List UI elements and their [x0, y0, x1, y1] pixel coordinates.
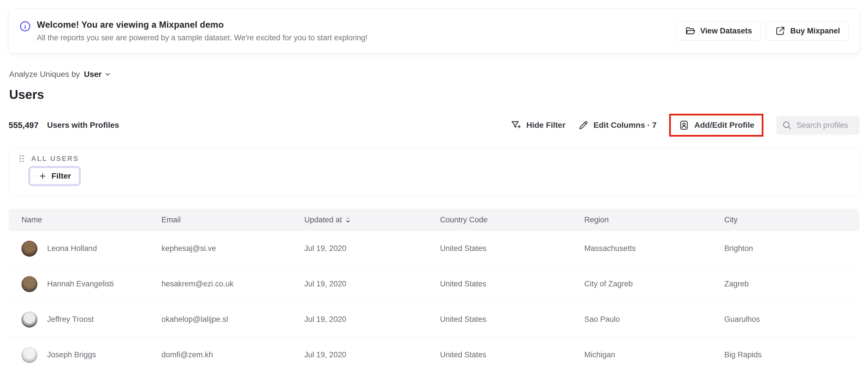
- user-region: City of Zagreb: [584, 279, 724, 288]
- table-toolbar: Hide Filter Edit Columns · 7 Add/Edit Pr…: [510, 114, 860, 136]
- user-email: domfi@zem.kh: [161, 350, 304, 359]
- avatar: [22, 347, 37, 363]
- profiles-count: 555,497: [8, 121, 38, 130]
- view-datasets-label: View Datasets: [700, 27, 752, 35]
- users-table: Name Email Updated at Country Code Regio…: [8, 209, 860, 367]
- analyze-uniques-row: Analyze Uniques by User: [9, 70, 868, 79]
- edit-columns-button[interactable]: Edit Columns · 7: [578, 120, 657, 131]
- search-icon: [782, 120, 792, 130]
- user-country: United States: [440, 244, 584, 253]
- buy-mixpanel-label: Buy Mixpanel: [790, 27, 840, 35]
- sort-arrows-icon[interactable]: [345, 216, 351, 223]
- table-row[interactable]: Jeffrey Troost okahelop@lalijpe.sl Jul 1…: [8, 302, 860, 337]
- edit-columns-label: Edit Columns · 7: [593, 121, 657, 130]
- user-region: Michigan: [584, 350, 724, 359]
- pencil-icon: [578, 120, 589, 131]
- avatar: [22, 276, 37, 292]
- add-filter-button[interactable]: Filter: [30, 168, 79, 184]
- column-header-updated-at[interactable]: Updated at: [304, 215, 440, 224]
- folder-icon: [685, 25, 696, 36]
- hide-filter-label: Hide Filter: [526, 121, 565, 130]
- user-name: Hannah Evangelisti: [47, 279, 114, 288]
- summary-toolbar-row: 555,497 Users with Profiles Hide Filter …: [8, 113, 860, 137]
- user-city: Big Rapids: [724, 350, 860, 359]
- all-users-group-label: ALL USERS: [31, 155, 79, 163]
- column-header-country-code[interactable]: Country Code: [440, 215, 584, 224]
- user-email: hesakrem@ezi.co.uk: [161, 279, 304, 288]
- column-header-city[interactable]: City: [724, 215, 860, 224]
- external-link-icon: [775, 25, 786, 36]
- users-table-header: Name Email Updated at Country Code Regio…: [8, 209, 860, 231]
- hide-filter-button[interactable]: Hide Filter: [510, 120, 565, 131]
- user-city: Zagreb: [724, 279, 860, 288]
- plus-icon: [38, 172, 47, 180]
- info-icon: [19, 20, 31, 32]
- column-header-region[interactable]: Region: [584, 215, 724, 224]
- user-city: Brighton: [724, 244, 860, 253]
- user-country: United States: [440, 279, 584, 288]
- drag-handle-icon[interactable]: [18, 154, 25, 163]
- user-name: Jeffrey Troost: [47, 315, 94, 324]
- user-region: Massachusetts: [584, 244, 724, 253]
- add-filter-label: Filter: [52, 172, 71, 181]
- search-profiles-box[interactable]: [776, 116, 860, 134]
- user-name: Joseph Briggs: [47, 350, 96, 359]
- table-row[interactable]: Leona Holland kephesaj@si.ve Jul 19, 202…: [8, 231, 860, 266]
- all-users-filter-panel: ALL USERS Filter: [8, 148, 860, 195]
- demo-banner: Welcome! You are viewing a Mixpanel demo…: [8, 8, 860, 53]
- user-region: Sao Paulo: [584, 315, 724, 324]
- chevron-down-icon: [104, 70, 112, 78]
- banner-subtitle: All the reports you see are powered by a…: [37, 33, 367, 42]
- column-header-name[interactable]: Name: [22, 215, 161, 224]
- user-country: United States: [440, 315, 584, 324]
- analyze-by-dropdown[interactable]: User: [84, 70, 111, 79]
- search-profiles-input[interactable]: [797, 121, 854, 130]
- column-header-email[interactable]: Email: [161, 215, 304, 224]
- banner-title: Welcome! You are viewing a Mixpanel demo: [37, 20, 367, 30]
- table-row[interactable]: Hannah Evangelisti hesakrem@ezi.co.uk Ju…: [8, 266, 860, 302]
- buy-mixpanel-button[interactable]: Buy Mixpanel: [766, 21, 849, 40]
- profile-badge-icon: [678, 120, 690, 131]
- add-edit-profile-label: Add/Edit Profile: [694, 121, 754, 130]
- user-country: United States: [440, 350, 584, 359]
- view-datasets-button[interactable]: View Datasets: [676, 21, 761, 40]
- user-updated-at: Jul 19, 2020: [304, 350, 440, 359]
- add-edit-profile-button-highlighted[interactable]: Add/Edit Profile: [669, 114, 764, 136]
- avatar: [22, 241, 37, 257]
- user-name: Leona Holland: [47, 244, 97, 253]
- user-city: Guarulhos: [724, 315, 860, 324]
- analyze-uniques-label: Analyze Uniques by: [9, 70, 80, 79]
- user-email: okahelop@lalijpe.sl: [161, 315, 304, 324]
- profiles-count-label: Users with Profiles: [47, 121, 119, 130]
- page-title: Users: [9, 88, 868, 102]
- funnel-plus-icon: [510, 120, 522, 131]
- filter-button-focus-ring: Filter: [28, 166, 81, 186]
- avatar: [22, 311, 37, 328]
- user-updated-at: Jul 19, 2020: [304, 315, 440, 324]
- analyze-by-selected-value: User: [84, 70, 101, 79]
- user-updated-at: Jul 19, 2020: [304, 244, 440, 253]
- table-row[interactable]: Joseph Briggs domfi@zem.kh Jul 19, 2020 …: [8, 337, 860, 367]
- user-email: kephesaj@si.ve: [161, 244, 304, 253]
- user-updated-at: Jul 19, 2020: [304, 279, 440, 288]
